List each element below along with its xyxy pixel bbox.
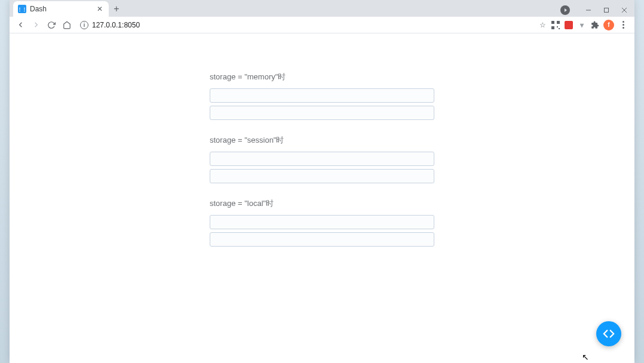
- svg-rect-4: [551, 21, 554, 24]
- dash-devtools-button[interactable]: [596, 321, 621, 346]
- local-input-2[interactable]: [210, 232, 434, 247]
- qr-icon[interactable]: [551, 20, 560, 30]
- new-tab-button[interactable]: +: [109, 1, 124, 17]
- back-button[interactable]: [13, 18, 27, 32]
- maximize-button[interactable]: [597, 4, 615, 17]
- session-input-1[interactable]: [210, 152, 434, 166]
- extension-red-icon[interactable]: [564, 20, 574, 30]
- tab-title: Dash: [30, 5, 92, 13]
- address-bar: i 127.0.0.1:8050 ☆ ▾ f: [10, 17, 634, 33]
- svg-rect-7: [557, 26, 558, 27]
- url-field[interactable]: i 127.0.0.1:8050: [75, 21, 536, 29]
- svg-rect-8: [559, 28, 560, 29]
- local-input-1[interactable]: [210, 215, 434, 229]
- profile-avatar[interactable]: f: [603, 20, 614, 30]
- form-container: storage = "memory"时 storage = "session"时…: [210, 72, 434, 250]
- menu-button[interactable]: [618, 21, 628, 29]
- window-controls: [560, 4, 634, 17]
- forward-button[interactable]: [29, 18, 43, 32]
- section-label-local: storage = "local"时: [210, 198, 434, 209]
- extension-v-icon[interactable]: ▾: [577, 20, 587, 30]
- tabs-area: ⋮⋮ Dash ✕ +: [10, 1, 560, 17]
- home-button[interactable]: [60, 18, 74, 32]
- close-icon[interactable]: ✕: [96, 5, 104, 13]
- dash-favicon-icon: ⋮⋮: [18, 5, 26, 13]
- page-content: storage = "memory"时 storage = "session"时…: [10, 33, 634, 363]
- tab-active[interactable]: ⋮⋮ Dash ✕: [13, 1, 109, 17]
- minimize-button[interactable]: [579, 4, 597, 17]
- site-info-icon[interactable]: i: [80, 21, 88, 29]
- url-text: 127.0.0.1:8050: [92, 21, 140, 29]
- bookmark-star-icon[interactable]: ☆: [538, 20, 547, 30]
- extensions-puzzle-icon[interactable]: [590, 20, 600, 30]
- media-playing-icon[interactable]: [560, 5, 570, 15]
- toolbar-right: ☆ ▾ f: [538, 20, 631, 30]
- memory-input-2[interactable]: [210, 106, 434, 120]
- window-close-button[interactable]: [615, 4, 633, 17]
- memory-input-1[interactable]: [210, 88, 434, 103]
- section-label-session: storage = "session"时: [210, 135, 434, 146]
- reload-button[interactable]: [44, 18, 59, 32]
- svg-rect-6: [551, 26, 554, 29]
- browser-window: ⋮⋮ Dash ✕ +: [10, 0, 634, 363]
- title-bar: ⋮⋮ Dash ✕ +: [10, 0, 634, 17]
- svg-rect-1: [605, 8, 609, 13]
- session-input-2[interactable]: [210, 169, 434, 183]
- svg-rect-5: [557, 21, 560, 24]
- section-label-memory: storage = "memory"时: [210, 72, 434, 82]
